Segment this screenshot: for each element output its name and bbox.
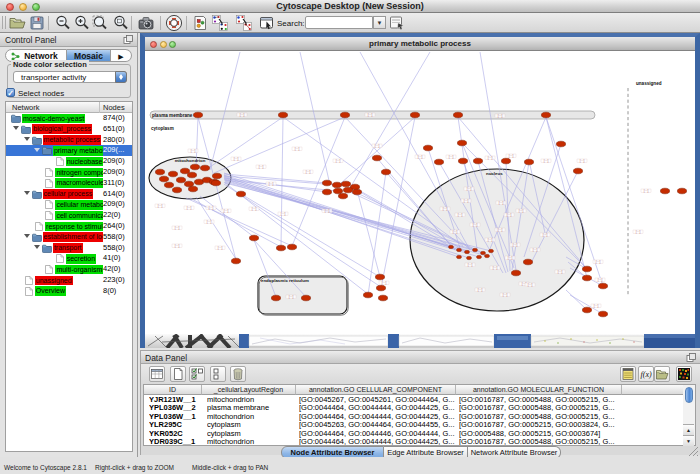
formula-builder-button[interactable]: f(x) [638,366,654,382]
resize-grip-icon[interactable] [686,444,698,456]
search-dropdown-button[interactable]: ▼ [373,16,386,29]
table-cell[interactable]: [GO:0045267, GO:0045261, GO:0044464, G..… [299,396,456,405]
table-cell[interactable]: [GO:0016787, GO:0005488, GO:0005215, G..… [459,413,622,422]
attribute-table[interactable]: ID_cellularLayoutRegionannotation.GO CEL… [143,384,685,446]
select-attributes-button[interactable] [189,366,205,382]
tab-overflow-button[interactable]: ▶ [111,49,132,62]
delete-attribute-button[interactable] [230,366,246,382]
table-cell[interactable]: plasma membrane [207,404,296,413]
table-cell[interactable]: [GO:0016787, GO:0005488, GO:0005215, G..… [459,396,622,405]
open-folder-icon[interactable] [8,14,26,32]
combobox-stepper-icon[interactable] [115,71,127,83]
tree-row[interactable]: establishment of loc558(0) [6,232,132,243]
zoom-fit-icon[interactable] [91,14,109,32]
tree-row[interactable]: macromolecule311(0) [6,178,132,189]
table-cell[interactable]: YDR039C__1 [149,438,202,446]
table-cell[interactable]: YJR121W__1 [149,396,202,405]
tree-row[interactable]: nucleobase-co209(0) [6,156,132,167]
tree-expand-arrow-icon[interactable] [24,137,30,141]
table-cell[interactable]: [GO:0016787, GO:0005215, GO:0003824, G..… [459,421,622,430]
graph-node [464,250,469,253]
zoom-out-icon[interactable] [54,14,72,32]
table-cell[interactable]: [GO:0016787, GO:0005488, GO:0005215, G..… [459,438,622,446]
graph-node [448,245,453,248]
tree-item-node-count: 41(0) [103,253,121,264]
tree-row[interactable]: response to stimulus264(0) [6,221,132,232]
table-column-header[interactable]: _cellularLayoutRegion [202,385,296,395]
table-cell[interactable]: [GO:0005488, GO:0005215, GO:0003674] [459,430,622,439]
table-scrollbar-thumb[interactable] [685,387,693,403]
snapshot-camera-icon[interactable] [137,14,155,32]
search-input[interactable] [305,16,373,29]
select-nodes-checkbox[interactable]: ✓ [6,88,15,97]
tree-row[interactable]: cellular process614(0) [6,189,132,200]
tree-expand-arrow-icon[interactable] [24,234,30,238]
table-cell[interactable]: [GO:0044464, GO:0044444, GO:0044425, G..… [299,404,456,413]
tree-row[interactable]: cell communicati22(0) [6,210,132,221]
tree-expand-arrow-icon[interactable] [34,245,40,249]
table-cell[interactable]: YPL036W__1 [149,413,202,422]
table-cell[interactable]: YPL036W__2 [149,404,202,413]
data-panel-header: Data Panel [141,351,700,364]
tree-expand-arrow-icon[interactable] [34,148,40,152]
tree-row[interactable]: secretion41(0) [6,253,132,264]
tree-item-node-count: 651(0) [103,124,125,135]
tree-row[interactable]: primary metabolic209(... [6,145,132,156]
tree-expand-arrow-icon[interactable] [13,126,19,130]
attribute-grid-button[interactable] [149,366,165,382]
tree-expand-arrow-icon[interactable] [24,191,30,195]
zoom-selected-icon[interactable] [112,14,130,32]
table-scrollbar[interactable]: ▲ ▼ [683,384,696,446]
folder-icon [42,244,52,253]
table-cell[interactable]: [GO:0044464, GO:0044444, GO:0044425, G..… [299,438,456,446]
tree-row[interactable]: multi-organism pro42(0) [6,264,132,275]
table-column-header[interactable] [622,385,684,395]
layout-network-a-icon[interactable] [211,14,229,32]
zoom-in-icon[interactable] [73,14,91,32]
tree-row[interactable]: nitrogen compou209(0) [6,167,132,178]
table-cell[interactable]: YLR295C [149,421,202,430]
node-color-combobox[interactable]: transporter activity [13,71,127,83]
table-cell[interactable]: [GO:0044464, GO:0044446, GO:0044444, G..… [299,430,456,439]
unselect-attributes-button[interactable] [210,366,226,382]
tree-row[interactable]: transport558(0) [6,243,132,254]
help-ring-icon[interactable] [165,14,183,32]
tree-row[interactable]: Overview8(0) [6,286,132,297]
table-cell[interactable]: mitochondrion [207,396,296,405]
graph-edge [224,184,381,287]
tree-item-label: mosaic-demo-yeast [22,114,85,124]
tree-row[interactable]: mosaic-demo-yeast874(0) [6,113,132,124]
table-column-header[interactable]: ID [144,385,202,395]
table-cell[interactable]: mitochondrion [207,413,296,422]
table-cell[interactable]: [GO:0044464, GO:0044444, GO:0044425, G..… [299,413,456,422]
network-view-titlebar[interactable]: primary metabolic process [145,37,695,51]
vizmapper-icon[interactable] [191,14,209,32]
network-canvas[interactable]: [···][···][···][···][···][···][···][···]… [145,51,695,348]
table-column-header[interactable]: annotation.GO CELLULAR_COMPONENT [296,385,456,395]
layout-network-b-icon[interactable] [235,14,253,32]
tree-row[interactable]: cellular metaboli209(0) [6,199,132,210]
float-panel-icon[interactable] [686,353,696,363]
heatmap-view-button[interactable] [676,366,692,382]
table-cell[interactable]: YKR052C [149,430,202,439]
tree-row[interactable]: biological_process651(0) [6,124,132,135]
table-cell[interactable]: [GO:0045263, GO:0044464, GO:0044455, G..… [299,421,456,430]
search-options-icon[interactable] [388,14,406,32]
select-mode-icon[interactable] [258,14,276,32]
graph-node-label: [···] [498,228,503,232]
table-cell[interactable]: [GO:0016787, GO:0005488, GO:0005215, G..… [459,404,622,413]
graph-node-label: [···] [644,189,649,193]
table-cell[interactable]: cytoplasm [207,421,296,430]
save-icon[interactable] [28,14,46,32]
table-column-header[interactable]: annotation.GO MOLECULAR_FUNCTION [456,385,622,395]
float-panel-icon[interactable] [123,35,133,45]
tree-row[interactable]: unassigned223(0) [6,275,132,286]
tree-row[interactable]: metabolic process280(0) [6,135,132,146]
new-attribute-button[interactable] [170,366,186,382]
table-cell[interactable]: mitochondrion [207,438,296,446]
graph-node [484,254,489,257]
scroll-up-button[interactable]: ▲ [683,424,694,435]
import-attributes-button[interactable] [654,366,670,382]
table-cell[interactable]: cytoplasm [207,430,296,439]
attribute-batch-editor-button[interactable] [620,366,636,382]
